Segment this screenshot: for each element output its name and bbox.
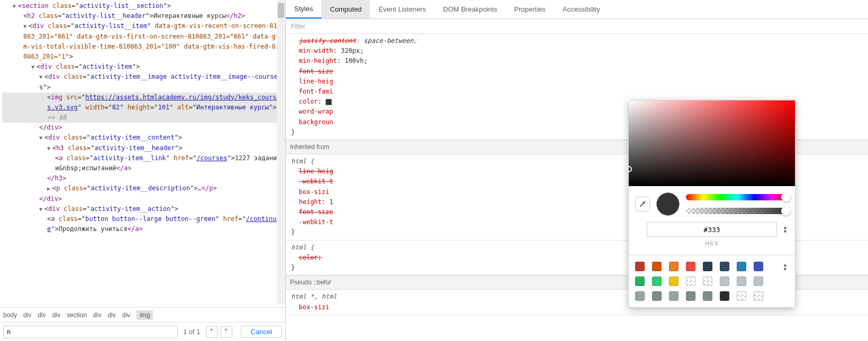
palette-swatch[interactable] xyxy=(686,262,695,271)
expand-arrow[interactable]: ▼ xyxy=(13,2,18,11)
saturation-brightness-field[interactable] xyxy=(629,100,795,186)
expand-arrow[interactable]: ▼ xyxy=(23,22,29,31)
palette-swatch[interactable] xyxy=(635,262,645,271)
crumb-div[interactable]: div xyxy=(38,311,46,319)
palette-swatch[interactable] xyxy=(754,291,763,301)
palette-swatch[interactable] xyxy=(720,262,729,271)
palette-swatch[interactable] xyxy=(669,277,679,286)
styles-panel-container: Styles Computed Event Listeners DOM Brea… xyxy=(286,0,868,341)
crumb-div[interactable]: div xyxy=(23,311,31,319)
hex-label: HEX xyxy=(705,239,719,248)
expand-arrow[interactable]: ▼ xyxy=(39,73,44,81)
crumb-div[interactable]: div xyxy=(107,311,115,319)
crumb-section[interactable]: section xyxy=(67,311,87,319)
dom-tree[interactable]: ▼<section class="activity-list__section"… xyxy=(0,0,285,307)
dom-breadcrumbs: body div div div section div div div img xyxy=(0,307,285,322)
crumb-div[interactable]: div xyxy=(93,311,101,319)
eyedropper-button[interactable] xyxy=(635,197,650,211)
tab-dom-breakpoints[interactable]: DOM Breakpoints xyxy=(435,0,506,19)
tab-properties[interactable]: Properties xyxy=(506,0,554,19)
palette-swatch[interactable] xyxy=(720,291,729,301)
tab-accessibility[interactable]: Accessibility xyxy=(554,0,609,19)
styles-filter[interactable]: Filter xyxy=(286,19,868,34)
tab-styles[interactable]: Styles xyxy=(286,0,321,19)
palette-swatch[interactable] xyxy=(686,277,695,286)
expand-arrow[interactable]: ▶ xyxy=(47,185,52,193)
color-picker: ▲▼ HEX ▲▼ xyxy=(628,100,795,308)
selected-dom-node[interactable]: <img src="https://assets.htmlacademy.ru/… xyxy=(2,93,283,123)
crumb-div[interactable]: div xyxy=(122,311,130,319)
palette-swatch[interactable] xyxy=(737,262,746,271)
expand-arrow[interactable]: ▼ xyxy=(39,134,44,142)
palette-swatch[interactable] xyxy=(652,291,662,301)
styles-content: justify-content: space-between; min-widt… xyxy=(286,34,868,341)
palette-swatch[interactable] xyxy=(635,277,645,286)
palette-swatch[interactable] xyxy=(652,262,662,271)
palette-swatch[interactable] xyxy=(703,262,712,271)
palette-swatch[interactable] xyxy=(754,262,763,271)
crumb-img[interactable]: img xyxy=(137,310,153,320)
palette-swatch[interactable] xyxy=(754,277,763,286)
find-next-button[interactable]: ˅ xyxy=(221,326,232,338)
palette-swatches: ▲▼ xyxy=(629,255,795,307)
palette-swatch[interactable] xyxy=(669,262,679,271)
palette-swatch[interactable] xyxy=(737,291,746,301)
palette-swatch[interactable] xyxy=(669,291,679,301)
crumb-div[interactable]: div xyxy=(52,311,60,319)
eyedropper-icon xyxy=(638,200,647,208)
find-input[interactable] xyxy=(3,326,178,338)
format-stepper[interactable]: ▲▼ xyxy=(783,225,788,234)
expand-arrow[interactable]: ▼ xyxy=(39,205,44,214)
find-cancel-button[interactable]: Cancel xyxy=(241,326,282,338)
palette-swatch[interactable] xyxy=(703,277,712,286)
sidebar-tabs: Styles Computed Event Listeners DOM Brea… xyxy=(286,0,868,19)
palette-stepper[interactable]: ▲▼ xyxy=(783,263,788,271)
sb-handle[interactable] xyxy=(626,166,632,172)
alpha-slider[interactable] xyxy=(686,208,789,214)
vertical-scrollbar[interactable]: ▲ xyxy=(277,0,285,304)
palette-swatch[interactable] xyxy=(686,291,695,301)
hex-input[interactable] xyxy=(647,222,777,237)
hue-slider[interactable] xyxy=(686,194,789,200)
expand-arrow[interactable]: ▼ xyxy=(47,144,52,153)
palette-swatch[interactable] xyxy=(737,277,746,286)
tab-computed[interactable]: Computed xyxy=(321,0,370,19)
color-swatch[interactable] xyxy=(326,99,332,105)
find-bar: 1 of 1 ˄ ˅ Cancel xyxy=(0,322,285,341)
palette-swatch[interactable] xyxy=(703,291,712,301)
palette-swatch[interactable] xyxy=(635,291,645,301)
elements-panel: ▼<section class="activity-list__section"… xyxy=(0,0,286,341)
hue-knob[interactable] xyxy=(781,192,791,202)
find-prev-button[interactable]: ˄ xyxy=(206,326,218,338)
tab-event-listeners[interactable]: Event Listeners xyxy=(370,0,435,19)
palette-swatch[interactable] xyxy=(652,277,662,286)
palette-swatch[interactable] xyxy=(720,277,729,286)
crumb-body[interactable]: body xyxy=(3,311,17,319)
expand-arrow[interactable]: ▼ xyxy=(31,63,37,71)
color-preview xyxy=(656,192,680,216)
find-count: 1 of 1 xyxy=(181,328,203,336)
alpha-knob[interactable] xyxy=(781,206,791,216)
